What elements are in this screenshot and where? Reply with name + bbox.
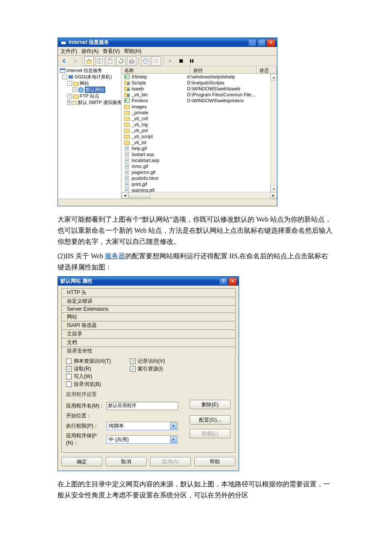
pause-button[interactable] xyxy=(187,56,196,66)
list-item[interactable]: ScriptsD:\Inetpub\Scripts xyxy=(121,80,277,86)
checkbox-label: 目录浏览(B) xyxy=(74,381,101,388)
close-button[interactable]: × xyxy=(267,39,275,46)
tab-isapi[interactable]: ISAPI 筛选器 xyxy=(61,321,236,330)
svg-point-44 xyxy=(126,189,128,191)
menu-file[interactable]: 文件(F) xyxy=(61,48,77,55)
file-icon xyxy=(124,170,130,175)
list-item[interactable]: postinfo.html xyxy=(121,175,277,181)
tree-ftp[interactable]: + FTP 站点 xyxy=(58,93,121,99)
item-name: iisstart.asp xyxy=(132,152,154,157)
list-item[interactable]: IISHelpd:\windows\help\iishelp xyxy=(121,74,277,80)
permission-checkbox[interactable]: 索引资源(I) xyxy=(130,365,194,373)
app-protect-combo[interactable]: 中 (共用) ▼ xyxy=(107,435,178,444)
permission-checkbox[interactable]: 写入(W) xyxy=(66,373,130,380)
ok-button[interactable]: 确定 xyxy=(61,457,102,466)
svg-rect-4 xyxy=(100,59,102,63)
list-item[interactable]: pagerror.gif xyxy=(121,169,277,175)
scroll-left-icon[interactable]: ◀ xyxy=(121,192,128,199)
list-item[interactable]: tswebD:\WINDOWS\web\tsweb xyxy=(121,86,277,92)
exec-perm-combo[interactable]: 纯脚本 ▼ xyxy=(107,422,178,430)
tab-http-headers[interactable]: HTTP 头 xyxy=(61,288,236,297)
play-button[interactable] xyxy=(166,56,175,66)
tool-button[interactable] xyxy=(152,56,161,66)
list-item[interactable]: iisstart.asp xyxy=(121,151,277,157)
menu-view[interactable]: 查看(V) xyxy=(103,48,120,55)
maximize-button[interactable]: □ xyxy=(257,39,266,46)
cancel-button[interactable]: 取消 xyxy=(106,457,147,466)
dialog-help-button[interactable]: ? xyxy=(219,278,228,285)
dialog-help-button[interactable]: 帮助 xyxy=(194,457,235,466)
list-item[interactable]: _vti_pvt xyxy=(121,127,277,133)
menu-action[interactable]: 操作(A) xyxy=(81,48,98,55)
col-name[interactable]: 名称 xyxy=(121,66,190,74)
dialog-title: 默认网站 属性 xyxy=(61,278,219,285)
config-button[interactable]: 配置(G)... xyxy=(190,415,231,425)
refresh-button[interactable] xyxy=(116,56,126,66)
list-item[interactable]: images xyxy=(121,104,277,110)
up-button[interactable] xyxy=(84,56,94,66)
folder-icon xyxy=(124,122,130,127)
list-item[interactable]: _vti_txt xyxy=(121,139,277,145)
tree-smtp[interactable]: + 默认 SMTP 虚拟服务器 xyxy=(58,99,121,106)
list-item[interactable]: _vti_script xyxy=(121,133,277,139)
list-item[interactable]: help.gif xyxy=(121,145,277,151)
checkbox-label: 写入(W) xyxy=(74,373,92,380)
forward-button[interactable] xyxy=(70,56,80,66)
tab-server-extensions[interactable]: Server Extensions xyxy=(61,305,236,312)
statusbar xyxy=(58,199,277,206)
checkbox-icon xyxy=(66,374,72,379)
tree-root[interactable]: Internet 信息服务 xyxy=(58,67,121,74)
list-item[interactable]: _vti_binD:\Program Files\Common File... xyxy=(121,92,277,98)
menu-help[interactable]: 帮助(H) xyxy=(124,48,141,55)
permission-checkbox[interactable]: 记录访问(V) xyxy=(130,358,194,365)
apply-button[interactable]: 应用(A) xyxy=(150,457,191,466)
show-hide-button[interactable] xyxy=(95,56,104,66)
remove-button[interactable]: 删除(E) xyxy=(190,400,231,409)
export-button[interactable] xyxy=(127,56,136,66)
properties-button[interactable] xyxy=(106,56,115,66)
server-link[interactable]: 服务器 xyxy=(105,252,125,260)
list-item[interactable]: mmc.gif xyxy=(121,163,277,169)
vertical-scrollbar[interactable]: ▲ ▼ xyxy=(270,74,277,192)
list-item[interactable]: localstart.asp xyxy=(121,157,277,163)
tab-directory-security[interactable]: 目录安全性 xyxy=(61,347,236,355)
list-item[interactable]: _vti_log xyxy=(121,121,277,127)
hscroll-thumb[interactable] xyxy=(128,192,150,199)
tree-websites[interactable]: - 网站 xyxy=(58,80,121,87)
svg-point-40 xyxy=(126,177,128,179)
tab-website[interactable]: 网站 xyxy=(61,312,236,321)
file-icon xyxy=(124,158,130,163)
tree-default-site[interactable]: + 默认网站 xyxy=(58,87,121,93)
stop-button[interactable] xyxy=(176,56,186,66)
tab-documents[interactable]: 文档 xyxy=(61,338,236,347)
list-item[interactable]: PrintersD:\WINDOWS\web\printers xyxy=(121,98,277,104)
horizontal-scrollbar[interactable]: ◀ ▶ xyxy=(121,192,277,199)
list-item[interactable]: _private xyxy=(121,110,277,116)
back-button[interactable] xyxy=(60,56,69,66)
dialog-titlebar[interactable]: 默认网站 属性 ? × xyxy=(58,277,239,286)
tab-home-directory[interactable]: 主目录 xyxy=(61,330,236,338)
tab-custom-errors[interactable]: 自定义错误 xyxy=(61,297,236,305)
permission-checkbox[interactable]: 目录浏览(B) xyxy=(66,381,130,388)
item-name: mmc.gif xyxy=(132,164,148,169)
permission-checkbox[interactable]: 脚本资源访问(T) xyxy=(66,358,130,365)
col-status[interactable]: 状态 xyxy=(257,66,277,74)
list-item[interactable]: print.gif xyxy=(121,181,277,187)
help-button[interactable]: ? xyxy=(141,56,150,66)
scroll-up-icon[interactable]: ▲ xyxy=(271,74,277,81)
tree-computer[interactable]: - GGG(本地计算机) xyxy=(58,74,121,80)
dialog-close-button[interactable]: × xyxy=(228,278,237,285)
unload-button[interactable]: 卸载(L) xyxy=(190,429,231,438)
svg-rect-9 xyxy=(130,59,133,61)
scroll-right-icon[interactable]: ▶ xyxy=(270,192,277,199)
col-path[interactable]: 路径 xyxy=(190,66,257,74)
minimize-button[interactable]: _ xyxy=(248,39,257,46)
scroll-down-icon[interactable]: ▼ xyxy=(271,185,277,192)
app-name-input[interactable]: 默认应用程序 xyxy=(107,402,178,410)
svg-point-42 xyxy=(126,183,128,185)
titlebar[interactable]: Internet 信息服务 _ □ × xyxy=(58,38,277,47)
svg-point-23 xyxy=(125,76,127,78)
permission-checkbox[interactable]: 读取(R) xyxy=(66,365,130,373)
item-name: Scripts xyxy=(132,80,146,85)
list-item[interactable]: _vti_cnf xyxy=(121,116,277,121)
